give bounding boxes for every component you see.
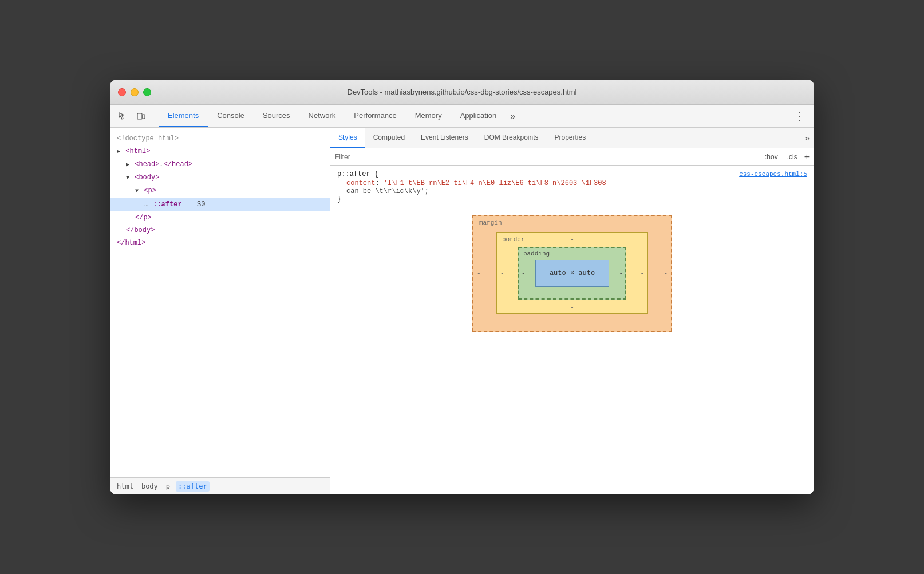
device-toolbar-button[interactable] bbox=[133, 108, 149, 124]
margin-left-value: - bbox=[477, 270, 481, 277]
dom-line-p-close[interactable]: </p> bbox=[110, 211, 330, 224]
pseudo-after-text: ::after bbox=[152, 199, 183, 210]
toolbar-icon-group bbox=[114, 105, 156, 127]
border-top-value: - bbox=[570, 236, 574, 243]
tab-performance[interactable]: Performance bbox=[345, 105, 405, 127]
tab-properties[interactable]: Properties bbox=[546, 128, 594, 148]
window-controls bbox=[118, 88, 151, 96]
box-model-section: margin - - - border - - - bbox=[337, 203, 807, 343]
content-dimensions: auto × auto bbox=[550, 269, 595, 277]
right-panel: Styles Computed Event Listeners DOM Brea… bbox=[330, 128, 814, 494]
box-model-content: auto × auto bbox=[535, 260, 609, 287]
tab-styles[interactable]: Styles bbox=[330, 128, 365, 148]
tab-dom-breakpoints[interactable]: DOM Breakpoints bbox=[476, 128, 547, 148]
css-prop-value: 'I\F1 t\EB rn\E2 ti\F4 n\E0 liz\E6 ti\F8… bbox=[384, 179, 606, 187]
maximize-button[interactable] bbox=[143, 88, 151, 96]
breadcrumb-html[interactable]: html bbox=[114, 481, 136, 492]
tab-console[interactable]: Console bbox=[208, 105, 254, 127]
css-close-brace: } bbox=[337, 195, 807, 203]
css-prop-name: content bbox=[346, 179, 375, 187]
devtools-window: DevTools - mathiasbynens.github.io/css-d… bbox=[110, 80, 814, 494]
add-style-button[interactable]: + bbox=[804, 152, 810, 162]
cls-button[interactable]: .cls bbox=[785, 152, 800, 162]
margin-label: margin bbox=[479, 219, 502, 226]
tab-event-listeners[interactable]: Event Listeners bbox=[413, 128, 476, 148]
breadcrumb-p[interactable]: p bbox=[164, 481, 172, 492]
more-style-tabs-button[interactable]: » bbox=[800, 128, 814, 148]
margin-top-value: - bbox=[570, 219, 574, 226]
close-button[interactable] bbox=[118, 88, 126, 96]
margin-right-value: - bbox=[664, 270, 668, 277]
dom-line-doctype: <!doctype html> bbox=[110, 132, 330, 145]
dom-line-head[interactable]: ▶ <head>…</head> bbox=[110, 158, 330, 171]
more-tabs-button[interactable]: » bbox=[506, 105, 520, 127]
padding-bottom-value: - bbox=[570, 289, 574, 296]
dom-line-html[interactable]: ▶ <html> bbox=[110, 145, 330, 158]
device-icon bbox=[136, 112, 145, 121]
filter-bar: :hov .cls + bbox=[330, 148, 814, 166]
css-property: content: 'I\F1 t\EB rn\E2 ti\F4 n\E0 liz… bbox=[346, 179, 807, 187]
box-model-container: margin - - - border - - - bbox=[472, 215, 672, 332]
titlebar: DevTools - mathiasbynens.github.io/css-d… bbox=[110, 80, 814, 105]
tab-elements[interactable]: Elements bbox=[159, 105, 208, 127]
hov-button[interactable]: :hov bbox=[763, 152, 780, 162]
expand-icon: ▼ bbox=[126, 175, 129, 181]
border-left-value: - bbox=[500, 270, 504, 277]
filter-actions: :hov .cls + bbox=[763, 152, 810, 162]
css-rule-header: p::after { css-escapes.html:5 bbox=[337, 170, 807, 178]
dom-line-html-close[interactable]: </html> bbox=[110, 237, 330, 249]
styles-tab-list: Styles Computed Event Listeners DOM Brea… bbox=[330, 128, 814, 148]
css-prop-continuation: can be \t\r\ic\k\y'; bbox=[346, 187, 429, 195]
inspect-icon bbox=[118, 112, 127, 121]
padding-label: padding - bbox=[523, 250, 557, 257]
ellipsis-icon: … bbox=[144, 199, 148, 210]
tab-computed[interactable]: Computed bbox=[365, 128, 413, 148]
padding-right-value: - bbox=[619, 270, 623, 277]
css-property-continuation: can be \t\r\ic\k\y'; bbox=[346, 187, 807, 195]
equals-sign: == bbox=[187, 199, 195, 210]
padding-left-value: - bbox=[522, 270, 526, 277]
css-source-link[interactable]: css-escapes.html:5 bbox=[739, 171, 807, 178]
dom-tree: <!doctype html> ▶ <html> ▶ <head>…</head… bbox=[110, 128, 330, 477]
breadcrumb-bar: html body p ::after bbox=[110, 477, 330, 494]
dom-line-body[interactable]: ▼ <body> bbox=[110, 171, 330, 184]
left-panel: <!doctype html> ▶ <html> ▶ <head>…</head… bbox=[110, 128, 330, 494]
main-tab-list: Elements Console Sources Network Perform… bbox=[159, 105, 790, 127]
styles-content: p::after { css-escapes.html:5 content: '… bbox=[330, 166, 814, 494]
border-bottom-value: - bbox=[570, 304, 574, 310]
dom-line-body-close[interactable]: </body> bbox=[110, 224, 330, 237]
main-content: <!doctype html> ▶ <html> ▶ <head>…</head… bbox=[110, 128, 814, 494]
dom-line-pseudo-after[interactable]: … ::after == $0 bbox=[110, 198, 330, 211]
dom-line-p[interactable]: ▼ <p> bbox=[110, 184, 330, 198]
css-selector: p::after { bbox=[337, 170, 378, 178]
dollar-zero: $0 bbox=[197, 199, 205, 210]
expand-icon: ▼ bbox=[135, 188, 139, 194]
tab-application[interactable]: Application bbox=[451, 105, 506, 127]
box-model-margin: margin - - - border - - - bbox=[472, 215, 672, 332]
box-model-border: border - - - padding - - - - bbox=[496, 232, 648, 314]
filter-input[interactable] bbox=[335, 153, 763, 161]
tab-memory[interactable]: Memory bbox=[406, 105, 451, 127]
breadcrumb-after[interactable]: ::after bbox=[176, 481, 210, 492]
breadcrumb-body[interactable]: body bbox=[139, 481, 160, 492]
box-model-padding: padding - - - - auto × auto - bbox=[518, 247, 626, 300]
border-right-value: - bbox=[641, 270, 645, 277]
doctype-text: <!doctype html> bbox=[117, 135, 179, 143]
inspect-element-button[interactable] bbox=[114, 108, 131, 124]
tab-network[interactable]: Network bbox=[299, 105, 345, 127]
svg-rect-1 bbox=[143, 115, 145, 119]
minimize-button[interactable] bbox=[131, 88, 139, 96]
svg-rect-0 bbox=[137, 113, 142, 119]
css-rule-body: content: 'I\F1 t\EB rn\E2 ti\F4 n\E0 liz… bbox=[346, 179, 807, 195]
window-title: DevTools - mathiasbynens.github.io/css-d… bbox=[347, 88, 576, 96]
border-label: border bbox=[502, 236, 525, 243]
main-toolbar: Elements Console Sources Network Perform… bbox=[110, 105, 814, 128]
expand-icon: ▶ bbox=[117, 148, 120, 155]
margin-bottom-value: - bbox=[570, 320, 574, 327]
expand-icon: ▶ bbox=[126, 162, 129, 168]
tab-sources[interactable]: Sources bbox=[254, 105, 299, 127]
devtools-menu-button[interactable]: ⋮ bbox=[790, 105, 810, 127]
padding-top-value: - bbox=[570, 250, 574, 257]
